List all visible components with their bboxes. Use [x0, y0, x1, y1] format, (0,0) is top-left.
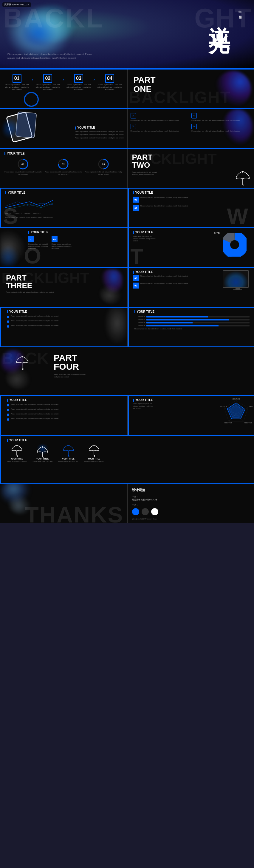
list2-items: Please replace text, click add relevant …	[7, 403, 122, 421]
step-text-4: Please replace text - click add relevant…	[97, 84, 122, 91]
line-chart-area: category 1 category 2 category 3 categor…	[5, 196, 124, 215]
list-body-1: Please replace text, click add relevant …	[11, 315, 58, 317]
umb-body-1: Please replace text - click add	[7, 460, 27, 463]
list2-row-3: Please replace text, click add relevant …	[7, 413, 122, 416]
t-title: YOUR TITLE	[133, 231, 251, 234]
umbrella-smoke-2	[37, 445, 49, 457]
step-item-4: 04 Please replace text - click add relev…	[97, 74, 122, 91]
umbrella-item-1: YOUR TITLE Please replace text - click a…	[7, 445, 27, 463]
circle-svg-3: 03	[97, 158, 109, 170]
svg-text:01: 01	[22, 163, 25, 166]
bar-fill-3	[147, 322, 193, 323]
circle-item-1: 01 Please replace text, click add releva…	[4, 158, 42, 176]
slide-steps: 01 Please replace text - click add relev…	[0, 69, 127, 108]
slide-monitor: YOUR TITLE 03 Please replace text, click…	[128, 268, 254, 307]
bar-body: Please replace text, click add relevant …	[134, 328, 250, 330]
step-num-4: 04	[105, 74, 114, 83]
circle-svg-2: 02	[57, 158, 69, 170]
phone-body-1: Please replace text - click add relevant…	[75, 131, 123, 133]
monitor-num-2: 02	[133, 283, 139, 288]
umbrella-item-3: YOUR TITLE Please replace text - click a…	[58, 445, 78, 463]
list2-row-1: Please replace text, click add relevant …	[7, 403, 122, 406]
part-four-label: PART FOUR Please replace text, click add…	[54, 353, 248, 378]
slide-phone: YOUR TITLE Please replace text - click a…	[0, 109, 127, 148]
umbrella-svg-2	[37, 446, 48, 458]
spec-font-row: 字体： 思源黑体 站酷小编LOGO体	[132, 495, 250, 501]
row-4-grid: YOUR TITLE category 1 category 2 categor…	[0, 189, 254, 227]
back-text-two: BACKLIGHT	[129, 150, 217, 168]
slide-part-two: BACKLIGHT PART TWO Please replace text, …	[128, 149, 254, 188]
list2-body-1: Please replace text, click add relevant …	[11, 403, 58, 406]
hero-body-text: Please replace text, click add relevant …	[7, 53, 97, 60]
step-num-1: 01	[12, 74, 22, 83]
list2-row-2: Please replace text, click add relevant …	[7, 408, 122, 411]
o-box-2: 02	[52, 236, 58, 242]
num-item-1: 01 Please replace text - click add relev…	[131, 112, 190, 121]
blue-circle-decoration	[24, 92, 39, 107]
smoke-blue-cloud	[215, 71, 251, 107]
circle-item-3: 03 Please replace text, click add releva…	[85, 158, 122, 176]
slide-part-one: PART ONE BACKLIGHT	[128, 69, 254, 108]
bar-track-2	[147, 319, 250, 320]
phone-title: YOUR TITLE	[75, 126, 123, 129]
row-5-grid: YOUR TITLE 01 Please replace text, click…	[0, 228, 254, 267]
umbrella-svg-3	[63, 445, 74, 457]
part-two-body: Please replace text, click add relevant …	[132, 171, 162, 176]
spec-font-value: 思源黑体 站酷小编LOGO体	[132, 498, 250, 501]
step-arrow-3: ›	[94, 77, 95, 88]
phone-body-2: Please replace text - click add relevant…	[75, 134, 123, 136]
list2-dot-4	[7, 418, 9, 421]
step-arrow-1: ›	[32, 77, 33, 88]
row-9-grid: YOUR TITLE Please replace text, click ad…	[0, 396, 254, 435]
blue-left-bar-umbrella	[0, 436, 1, 484]
list-dot-3	[7, 325, 9, 328]
list-dot-1	[7, 316, 9, 318]
phone-slide-text: YOUR TITLE Please replace text - click a…	[75, 126, 123, 139]
radar-title: YOUR TITLE	[133, 398, 251, 402]
slide-s-chart: YOUR TITLE category 1 category 2 categor…	[0, 189, 127, 227]
blue-left-bar-monitor	[128, 268, 129, 307]
circle-body-3: Please replace text, click add relevant …	[85, 171, 122, 176]
umbrella-grid-title: YOUR TITLE	[7, 439, 250, 442]
bar-row-2: category 2	[134, 319, 250, 320]
umbrella-svg-1	[12, 445, 22, 457]
w-title: YOUR TITLE	[133, 191, 251, 194]
row-8-grid: BACK PART FOUR Please replace text, clic…	[0, 347, 254, 395]
blue-left-bar-w	[128, 189, 129, 227]
back-text-left: BACKL	[3, 3, 104, 34]
list2-dot-1	[7, 404, 9, 406]
list2-content: YOUR TITLE Please replace text, click ad…	[7, 398, 122, 421]
monitor-title: YOUR TITLE	[133, 270, 251, 274]
num-body-3: Please replace text - click add relevant…	[131, 130, 190, 132]
num-item-4: 04 Please replace text - click add relev…	[191, 123, 251, 132]
swot-box-1: 01	[133, 197, 139, 203]
list2-body-3: Please replace text, click add relevant …	[11, 413, 58, 415]
num-body-2: Please replace text - click add relevant…	[191, 119, 251, 122]
t-body: Please replace text, click add relevant …	[133, 236, 157, 242]
circles-row: 01 Please replace text, click add releva…	[4, 158, 122, 176]
blue-left-bar-list	[0, 308, 1, 346]
list2-dot-2	[7, 409, 9, 411]
umb-title-1: YOUR TITLE	[10, 458, 23, 460]
step-num-3: 03	[74, 74, 83, 83]
phone-body-3: Please replace text - click add relevant…	[75, 137, 123, 140]
umb-body-3: Please replace text - click add	[58, 460, 78, 463]
t-letter: T	[131, 245, 144, 267]
svg-text:03: 03	[102, 163, 105, 166]
num-item-2: 02 Please replace text - click add relev…	[191, 112, 251, 121]
row-1-grid: 01 Please replace text - click add relev…	[0, 69, 254, 108]
step-text-2: Please replace text - click add relevant…	[35, 84, 60, 91]
part-four-body: Please replace text, click add relevant …	[54, 374, 89, 378]
svg-text:ABILITY 03: ABILITY 03	[244, 422, 252, 424]
smoke-decor-right	[215, 71, 251, 107]
steps-row: 01 Please replace text - click add relev…	[4, 74, 122, 91]
circles-title: YOUR TITLE	[4, 152, 122, 155]
bar-fill-1	[147, 316, 209, 317]
slide-numbered-items: 01 Please replace text - click add relev…	[128, 109, 254, 148]
slide-part-three: BACKLIGHT PART THREE Please replace text…	[0, 268, 127, 307]
phone-mockup	[3, 111, 42, 144]
slide-list: YOUR TITLE Please replace text, click ad…	[0, 308, 127, 346]
radar-chart: ABILITY 01 ABILITY 02 ABILITY 03 ABILITY…	[220, 398, 253, 431]
step-item-3: 03 Please replace text - click add relev…	[66, 74, 91, 91]
slide-thanks: THANKS	[0, 484, 127, 523]
